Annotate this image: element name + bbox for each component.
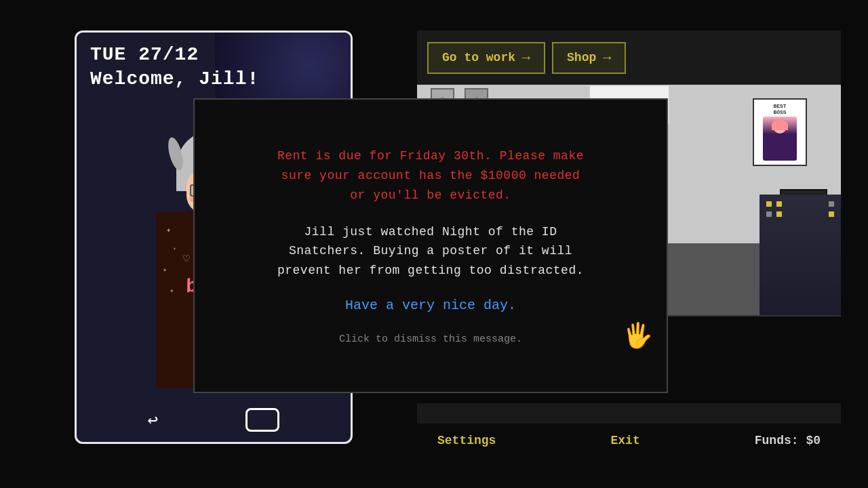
char-star-6: ✦ xyxy=(170,286,174,295)
home-button[interactable] xyxy=(245,408,279,432)
go-to-work-button[interactable]: Go to work → xyxy=(427,42,545,74)
poster-character xyxy=(763,117,797,161)
char-star-3: ✦ xyxy=(163,266,167,274)
exit-button[interactable]: Exit xyxy=(610,434,639,447)
window-3 xyxy=(766,211,772,217)
exit-label: Exit xyxy=(610,434,639,447)
funds-display: Funds: $0 xyxy=(755,434,821,447)
phone-buttons: ↩ xyxy=(77,405,351,435)
char-heart-1: ♡ xyxy=(183,252,190,266)
city-bg xyxy=(760,195,841,329)
back-button[interactable]: ↩ xyxy=(148,409,159,431)
shop-arrow: → xyxy=(603,50,611,66)
top-buttons-row: Go to work → Shop → xyxy=(417,30,841,85)
modal-rent-message: Rent is due for Friday 30th. Please make… xyxy=(277,146,584,205)
settings-label: Settings xyxy=(437,434,496,447)
window-5 xyxy=(829,201,834,207)
modal-dismiss-text: Click to dismiss this message. xyxy=(339,333,522,345)
welcome-text: Welcome, Jill! xyxy=(90,67,259,92)
poster-text-line1: BEST BOSS xyxy=(773,103,786,115)
poster-char-hair xyxy=(772,120,788,130)
funds-amount: $0 xyxy=(806,434,821,447)
go-to-work-label: Go to work xyxy=(442,51,515,64)
window-1 xyxy=(766,201,772,207)
shop-label: Shop xyxy=(567,51,596,64)
date-display: TUE 27/12 xyxy=(90,43,259,67)
shop-button[interactable]: Shop → xyxy=(552,42,626,74)
cursor-hand-icon: 🖐 xyxy=(623,321,653,351)
window-2 xyxy=(776,201,782,207)
char-star-2: ✦ xyxy=(173,245,176,251)
window-6 xyxy=(829,211,834,217)
funds-label: Funds: xyxy=(755,434,799,447)
settings-button[interactable]: Settings xyxy=(437,434,496,447)
phone-header: TUE 27/12 Welcome, Jill! xyxy=(90,43,259,92)
bottom-bar: Settings Exit Funds: $0 xyxy=(417,424,841,458)
char-star-1: ✦ xyxy=(166,225,171,235)
modal-info-message: Jill just watched Night of the ID Snatch… xyxy=(277,222,584,281)
notification-modal[interactable]: Rent is due for Friday 30th. Please make… xyxy=(193,98,668,393)
best-boss-poster: BEST BOSS xyxy=(753,98,807,166)
go-to-work-arrow: → xyxy=(522,50,530,66)
window-4 xyxy=(776,211,782,217)
modal-nice-day-text: Have a very nice day. xyxy=(345,298,516,313)
